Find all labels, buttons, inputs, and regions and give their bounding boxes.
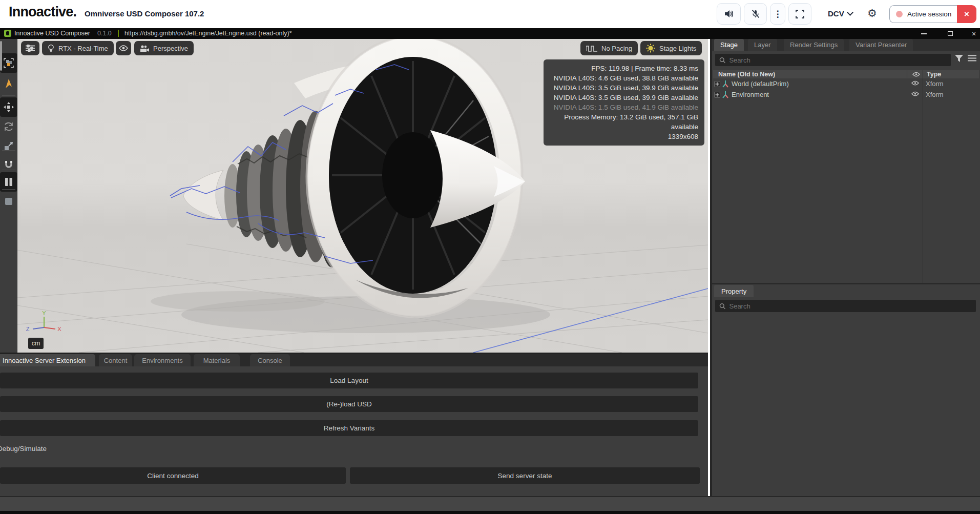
load-layout-button[interactable]: Load Layout [0,373,698,388]
search-icon [719,303,725,310]
xform-axis-icon [722,80,729,88]
expand-plus-icon[interactable] [714,81,720,87]
stage-url: https://dsbg.gmbh/ov/JetEngine/JetEngine… [124,30,292,37]
microphone-muted-button[interactable] [744,3,767,25]
client-connected-button[interactable]: Client connected [0,467,346,484]
send-server-state-button[interactable]: Send server state [350,467,700,484]
scale-tool[interactable] [0,136,17,156]
stage-search-field[interactable] [715,54,951,66]
xform-axis-icon [722,91,729,98]
window-app-name: Innoactive USD Composer [14,30,90,37]
camera-icon [140,45,149,52]
list-options-icon[interactable] [968,55,976,61]
window-title-bar: Innoactive USD Composer 0.1.0 https://ds… [0,28,980,39]
gpu-line-inactive: NVIDIA L40S: 1.5 GiB used, 41.9 GiB avai… [550,102,698,112]
visibility-column-eye-icon [912,72,920,77]
renderer-label: RTX - Real-Time [58,45,108,52]
tab-variant-presenter[interactable]: Variant Presenter [849,39,913,51]
move-arrows-icon [3,101,14,113]
bottom-tab-strip: Innoactive Server Extension Content Envi… [0,354,708,366]
visibility-eye-icon[interactable] [911,91,919,96]
renderer-select-button[interactable]: RTX - Real-Time [42,41,114,55]
select-tool[interactable] [0,74,17,93]
axis-z-label: Z [26,326,30,332]
snap-tool[interactable] [0,155,17,174]
tab-layer[interactable]: Layer [748,39,777,51]
units-badge: cm [28,338,44,349]
innoactive-app-icon [4,30,11,37]
tab-environments[interactable]: Environments [134,354,191,366]
fps-line: FPS: 119.98 | Frame time: 8.33 ms [550,64,698,73]
tab-stage[interactable]: Stage [714,39,744,51]
stop-tool[interactable] [0,192,17,211]
viewport-3d[interactable]: RTX - Real-Time Perspective No Pacing St… [17,39,708,353]
cursor-arrow-icon [4,78,14,89]
tab-property[interactable]: Property [714,285,754,297]
tree-row-world[interactable]: World (defaultPrim) Xform [712,79,980,90]
tab-render-settings[interactable]: Render Settings [784,39,844,51]
filter-funnel-icon[interactable] [955,55,963,62]
tab-materials[interactable]: Materials [194,354,240,366]
column-divider [907,70,907,284]
selection-cubes-icon [3,57,14,69]
gpu-line: NVIDIA L40S: 3.5 GiB used, 39.9 GiB avai… [550,83,698,93]
tab-innoactive-server-extension[interactable]: Innoactive Server Extension [0,354,95,366]
search-icon [719,57,725,64]
reload-usd-button[interactable]: (Re-)load USD [0,396,698,412]
bottom-edge-bar [0,511,980,514]
rotate-tool[interactable] [0,117,17,136]
mic-off-icon [751,9,760,18]
camera-select-button[interactable]: Perspective [134,41,194,55]
speaker-icon [724,9,734,18]
camera-label: Perspective [153,45,188,52]
property-search-input[interactable] [729,302,972,310]
left-scrollbar[interactable] [0,41,2,71]
viewport-settings-button[interactable] [21,41,39,55]
close-window-button[interactable]: × [965,28,980,39]
pause-icon [5,177,13,187]
prim-name[interactable]: Environment [732,91,769,98]
stage-search-input[interactable] [729,56,947,64]
square-wave-icon [586,45,597,52]
minimize-button[interactable] [915,28,932,39]
visibility-menu-button[interactable] [116,41,131,55]
tree-header-row[interactable]: Name (Old to New) Type [713,70,979,78]
maximize-button[interactable] [942,28,959,39]
debug-simulate-label: Debug/Simulate [0,445,47,453]
more-options-button[interactable]: ⋮ [770,3,785,25]
end-session-button[interactable]: × [957,5,976,23]
expand-plus-icon[interactable] [714,92,720,98]
speaker-button[interactable] [717,3,741,25]
tab-console[interactable]: Console [250,354,290,366]
magnet-icon [4,159,14,170]
axis-x-label: X [57,326,61,332]
tab-content[interactable]: Content [99,354,132,366]
gpu-line: NVIDIA L40S: 3.5 GiB used, 39.9 GiB avai… [550,93,698,102]
scale-icon [4,141,14,151]
refresh-variants-button[interactable]: Refresh Variants [0,420,698,436]
dcv-dropdown[interactable]: DCV [828,9,852,18]
stage-lights-button[interactable]: Stage Lights [640,41,702,55]
stage-panel: Stage Layer Render Settings Variant Pres… [710,39,980,496]
property-panel-divider[interactable] [712,283,980,284]
session-label: Active session [907,10,951,18]
visibility-eye-icon[interactable] [911,80,919,86]
property-search-field[interactable] [715,300,976,312]
move-tool[interactable] [0,97,17,117]
fullscreen-button[interactable] [788,3,811,25]
chevron-down-icon [847,9,853,16]
page-title: Omniverse USD Composer 107.2 [85,9,204,18]
active-session-button[interactable]: Active session [889,5,957,23]
prim-name[interactable]: World (defaultPrim) [732,80,789,88]
selection-mode-tool[interactable] [0,53,17,73]
tree-row-environment[interactable]: Environment Xform [712,90,980,100]
eye-icon [119,45,128,51]
axis-orientation-gizmo[interactable]: Y Z X [22,311,62,336]
titlebar-separator [118,30,119,37]
resolution-line: 1339x608 [550,132,698,141]
window-app-version: 0.1.0 [97,30,112,37]
viewport-tool-rail [0,39,17,354]
settings-gear-button[interactable]: ⚙ [867,7,877,19]
kebab-menu-icon: ⋮ [774,9,782,19]
pacing-button[interactable]: No Pacing [580,41,638,55]
